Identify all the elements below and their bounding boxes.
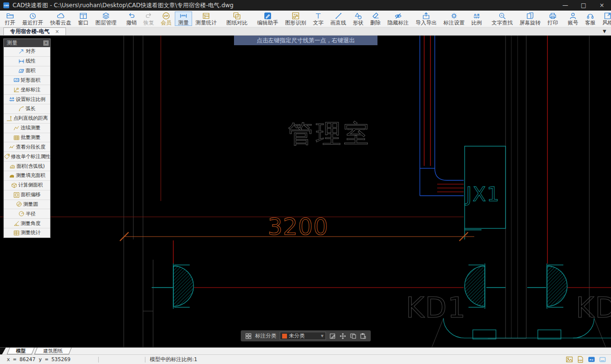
- panel-close-icon[interactable]: ×: [43, 40, 49, 46]
- category-color-swatch: [282, 334, 287, 339]
- measure-tool-item[interactable]: A:B 设置标注比例: [4, 94, 50, 104]
- toolbar-button[interactable]: 标注设置: [440, 12, 468, 26]
- tab-list-dropdown-icon[interactable]: ▼: [603, 29, 606, 34]
- paste-annotation-icon[interactable]: [360, 333, 366, 339]
- toolbar-button[interactable]: 文字: [310, 12, 327, 26]
- radius-icon: [18, 211, 25, 217]
- window-controls: — □ ×: [556, 0, 611, 11]
- measure-tool-item[interactable]: 面积偏移: [4, 190, 50, 200]
- toolbar-button[interactable]: 测量统计: [192, 12, 220, 26]
- toolbar-button[interactable]: 最近打开: [19, 12, 47, 26]
- toolbar-button[interactable]: A 文字查找: [488, 12, 516, 26]
- maximize-button[interactable]: □: [574, 0, 593, 11]
- area-arc-icon: [9, 163, 15, 169]
- toolbar-button[interactable]: 形状: [350, 12, 367, 26]
- main-toolbar: 打开 最近打开 快看云盘 窗口 图层管理 撤销 恢复 VIP 会员: [0, 11, 611, 27]
- drawing-canvas[interactable]: 管理室 3200 JX1 KD1 KD1 点击左键指定尺寸线第一点，右键退出 测…: [0, 36, 611, 347]
- arc-length-icon: [18, 106, 25, 112]
- layout-tab-model[interactable]: 模型: [7, 348, 35, 354]
- set-scale-icon: A:B: [9, 96, 15, 102]
- layout-tab-drawing[interactable]: 建筑图纸: [34, 348, 72, 354]
- export-image-icon[interactable]: [566, 356, 573, 363]
- angle-icon: [13, 220, 20, 226]
- copy-annotation-icon[interactable]: [350, 333, 356, 339]
- pc-sync-icon[interactable]: P-C: [588, 356, 595, 363]
- toolbar-button[interactable]: 账号: [564, 12, 582, 26]
- toolbar-button[interactable]: 恢复: [140, 12, 157, 26]
- side-area-icon: [11, 182, 17, 188]
- modify-attr-icon: [4, 153, 10, 160]
- measure-tool-item[interactable]: 对齐: [4, 47, 50, 56]
- svg-text:P-C: P-C: [590, 359, 594, 361]
- measure-tool-item[interactable]: 半径: [4, 209, 50, 218]
- compare-icon: [233, 12, 241, 20]
- minimize-button[interactable]: —: [556, 0, 574, 11]
- close-button[interactable]: ×: [593, 0, 611, 11]
- toolbar-button[interactable]: 打开: [1, 12, 19, 26]
- measure-panel-titlebar[interactable]: 测量 ×: [4, 39, 50, 47]
- toolbar-button[interactable]: 测量: [175, 12, 192, 26]
- status-separator: [98, 357, 99, 363]
- vip-icon: VIP: [162, 12, 170, 20]
- cloud-icon: [57, 12, 65, 20]
- dimension-value: 3200: [268, 213, 328, 240]
- annotation-classify-bar: 标注分类 未分类 ▼: [241, 330, 371, 341]
- measure-tool-item[interactable]: 计算侧面积: [4, 180, 50, 190]
- toolbar-button[interactable]: 屏幕旋转: [516, 12, 544, 26]
- measure-tool-item[interactable]: 测量填充面积: [4, 171, 50, 180]
- measure-tool-item[interactable]: 修改单个标注属性: [4, 151, 50, 161]
- measure-tool-item[interactable]: 线性: [4, 56, 50, 66]
- measure-tool-item[interactable]: 测量角度: [4, 218, 50, 228]
- float-window-icon[interactable]: [599, 356, 606, 363]
- measure-tool-item[interactable]: 矩形面积: [4, 75, 50, 85]
- toolbar-button[interactable]: 画直线: [327, 12, 350, 26]
- toolbar-button[interactable]: 隐藏标注: [384, 12, 412, 26]
- measure-panel-title: 测量: [7, 39, 17, 47]
- toolbar-button[interactable]: 图形识别: [282, 12, 310, 26]
- measure-tool-item[interactable]: 测量圆: [4, 200, 50, 209]
- grid-icon[interactable]: [245, 333, 252, 339]
- measure-tool-item[interactable]: 查看分段长度: [4, 142, 50, 151]
- layout-tab-model-label: 模型: [16, 348, 26, 354]
- toolbar-button[interactable]: 删除: [367, 12, 384, 26]
- measure-tool-item[interactable]: 连续测量: [4, 123, 50, 133]
- document-tab[interactable]: 专用宿舍楼-电气 ×: [3, 27, 66, 35]
- toolbar-button[interactable]: 编辑助手: [254, 12, 282, 26]
- export-pdf-icon[interactable]: PDF: [577, 356, 584, 363]
- measure-tool-item[interactable]: 面积(含弧线): [4, 161, 50, 171]
- title-bar: CAD CAD快速看图 - C:\Users\ruohan\Desktop\CA…: [0, 0, 611, 11]
- toolbar-button[interactable]: A:B 比例: [468, 12, 485, 26]
- toolbar-button[interactable]: 图纸对比: [223, 12, 251, 26]
- toolbar-button[interactable]: 快看云盘: [47, 12, 75, 26]
- toolbar-button[interactable]: 撤销: [123, 12, 140, 26]
- toolbar-button[interactable]: 图层管理: [92, 12, 120, 26]
- svg-text:PDF: PDF: [578, 359, 583, 362]
- toolbar-button[interactable]: 打印: [544, 12, 561, 26]
- toolbar-button[interactable]: 风格: [599, 12, 611, 26]
- measure-tool-item[interactable]: 弧长: [4, 104, 50, 113]
- toolbar-button[interactable]: 客服: [582, 12, 599, 26]
- coord-mark-icon: [13, 87, 20, 93]
- status-separator: [145, 357, 145, 363]
- move-annotation-icon[interactable]: [339, 333, 346, 339]
- measure-tool-item[interactable]: 批量测量: [4, 133, 50, 142]
- shape-recog-icon: [292, 12, 299, 20]
- kd-label-right: KD1: [576, 291, 611, 324]
- toolbar-button[interactable]: 窗口: [75, 12, 92, 26]
- erase-icon: [372, 12, 379, 20]
- redo-icon: [145, 12, 153, 20]
- window-icon: [79, 12, 87, 20]
- measure-tool-item[interactable]: 测量统计: [4, 228, 50, 238]
- service-icon: [586, 12, 594, 20]
- toolbar-button[interactable]: VIP 会员: [157, 12, 175, 26]
- classify-select[interactable]: 未分类 ▼: [280, 332, 326, 340]
- tab-close-icon[interactable]: ×: [55, 29, 59, 34]
- edit-annotation-icon[interactable]: [329, 333, 336, 339]
- measure-tool-item[interactable]: 坐标标注: [4, 85, 50, 94]
- measure-tool-item[interactable]: 点到直线的距离: [4, 113, 50, 123]
- measure-tool-item[interactable]: 面积: [4, 66, 50, 75]
- toolbar-button[interactable]: 导入导出: [412, 12, 440, 26]
- rotate-screen-icon: [526, 12, 534, 20]
- layout-tab-drawing-label: 建筑图纸: [43, 348, 63, 354]
- find-text-icon: A: [498, 12, 506, 20]
